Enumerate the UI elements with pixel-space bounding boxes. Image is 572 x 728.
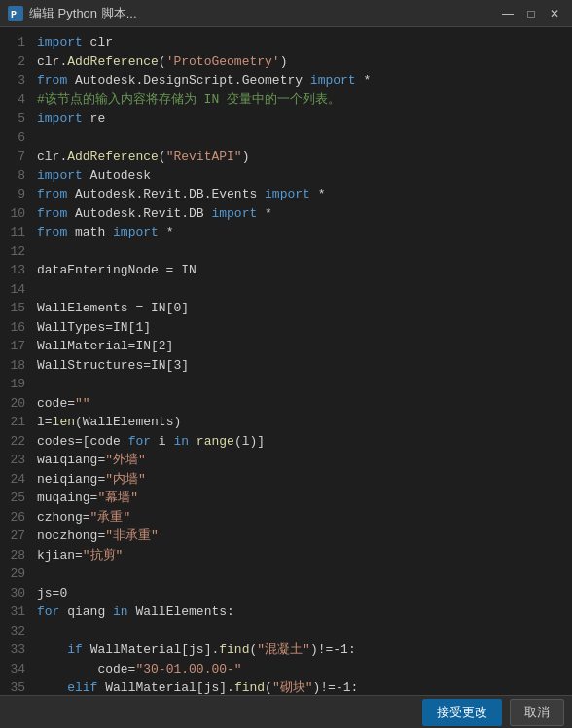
line-number: 12 [6,242,25,262]
line-number: 4 [6,91,25,110]
title-bar-left: P 编辑 Python 脚本... [8,5,137,22]
line-number: 32 [6,622,25,641]
svg-text:P: P [11,10,17,20]
code-line: dataEnteringNode = IN [37,261,564,280]
line-number: 25 [6,489,25,508]
line-number: 8 [6,166,25,186]
line-number: 13 [6,261,25,280]
line-number: 22 [6,432,25,452]
code-line: WallElements = IN[0] [37,299,564,318]
line-number: 35 [6,678,25,695]
line-number: 24 [6,470,25,490]
code-line: if WallMaterial[js].find("混凝土")!=-1: [37,640,564,660]
code-editor[interactable]: 1234567891011121314151617181920212223242… [0,27,572,695]
cancel-button[interactable]: 取消 [510,699,564,726]
code-line: for qiang in WallElements: [37,602,564,622]
code-line: code="30-01.00.00-" [37,660,564,679]
window-title: 编辑 Python 脚本... [29,5,137,22]
code-line: clr.AddReference("RevitAPI") [37,147,564,166]
code-line: WallStructures=IN[3] [37,356,564,376]
line-number: 31 [6,602,25,622]
code-line: import clr [37,33,564,53]
code-line [37,128,564,148]
line-number: 2 [6,53,25,72]
line-number: 11 [6,223,25,242]
code-line [37,375,564,394]
line-number: 7 [6,147,25,166]
line-number: 21 [6,413,25,432]
code-line: code="" [37,394,564,414]
code-line: WallMaterial=IN[2] [37,337,564,356]
line-number: 27 [6,527,25,546]
code-line: waiqiang="外墙" [37,451,564,470]
code-line: codes=[code for i in range(l)] [37,432,564,452]
code-line [37,622,564,641]
code-line [37,242,564,262]
line-number: 14 [6,280,25,300]
line-number: 30 [6,584,25,603]
code-line: clr.AddReference('ProtoGeometry') [37,53,564,72]
accept-button[interactable]: 接受更改 [422,699,502,726]
line-number: 28 [6,546,25,565]
code-line: from Autodesk.Revit.DB import * [37,204,564,224]
line-number: 20 [6,394,25,414]
line-number: 5 [6,109,25,128]
line-number: 10 [6,204,25,224]
line-number: 26 [6,508,25,528]
line-number: 18 [6,356,25,376]
footer: 接受更改 取消 [0,695,572,728]
window-controls: — □ ✕ [498,5,564,22]
code-line: kjian="抗剪" [37,546,564,565]
line-number: 3 [6,71,25,91]
code-line: elif WallMaterial[js].find("砌块")!=-1: [37,678,564,695]
code-line: noczhong="非承重" [37,527,564,546]
code-line: from math import * [37,223,564,242]
line-number: 17 [6,337,25,356]
line-number: 34 [6,660,25,679]
line-number: 16 [6,318,25,338]
code-line: from Autodesk.Revit.DB.Events import * [37,185,564,204]
code-line [37,280,564,300]
code-line [37,564,564,584]
code-line: import Autodesk [37,166,564,186]
line-number: 29 [6,564,25,584]
line-number: 9 [6,185,25,204]
code-line: import re [37,109,564,128]
code-line: js=0 [37,584,564,603]
close-button[interactable]: ✕ [545,5,564,22]
line-number: 15 [6,299,25,318]
code-line: WallTypes=IN[1] [37,318,564,338]
line-number: 6 [6,128,25,148]
title-bar: P 编辑 Python 脚本... — □ ✕ [0,0,572,27]
code-line: #该节点的输入内容将存储为 IN 变量中的一个列表。 [37,91,564,110]
minimize-button[interactable]: — [498,5,518,22]
code-line: from Autodesk.DesignScript.Geometry impo… [37,71,564,91]
line-numbers: 1234567891011121314151617181920212223242… [0,27,29,695]
line-number: 33 [6,640,25,660]
python-icon: P [8,6,23,21]
code-content[interactable]: import clrclr.AddReference('ProtoGeometr… [29,27,572,695]
line-number: 1 [6,33,25,53]
line-number: 23 [6,451,25,470]
line-number: 19 [6,375,25,394]
code-line: muqaing="幕墙" [37,489,564,508]
code-line: neiqiang="内墙" [37,470,564,490]
code-line: czhong="承重" [37,508,564,528]
maximize-button[interactable]: □ [521,5,541,22]
code-line: l=len(WallElements) [37,413,564,432]
